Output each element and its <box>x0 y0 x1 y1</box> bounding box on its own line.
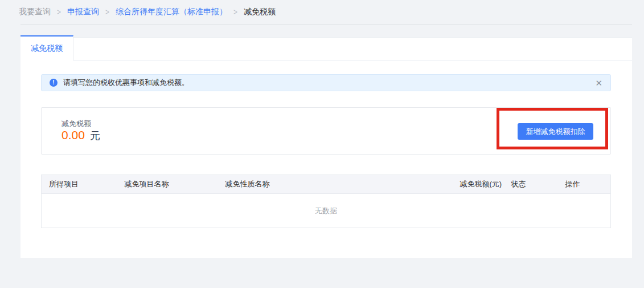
breadcrumb-separator: > <box>233 7 237 17</box>
summary-label: 减免税额 <box>61 119 91 129</box>
tabbar-bottom-border <box>73 60 632 61</box>
breadcrumb-divider <box>20 25 632 25</box>
add-tax-reduction-button[interactable]: 新增减免税额扣除 <box>518 123 593 140</box>
table-header-row: 所得项目 减免项目名称 减免性质名称 减免税额(元) 状态 操作 <box>42 175 611 194</box>
tab-label: 减免税额 <box>31 43 63 54</box>
breadcrumb-separator: > <box>57 7 61 17</box>
breadcrumb-separator: > <box>105 7 109 17</box>
info-alert: ! 请填写您的税收优惠事项和减免税额。 ✕ <box>41 74 611 91</box>
info-circle-icon: ! <box>50 79 58 87</box>
breadcrumb-item-current: 减免税额 <box>244 7 276 17</box>
summary-value-row: 0.00 元 <box>61 128 100 143</box>
summary-unit: 元 <box>90 129 100 143</box>
column-header-income-item: 所得项目 <box>42 175 117 194</box>
main-content-card: ! 请填写您的税收优惠事项和减免税额。 ✕ 减免税额 0.00 元 新增减免税额… <box>20 38 632 258</box>
column-header-reduction-nature-name: 减免性质名称 <box>218 175 453 194</box>
page: 我要查询 > 申报查询 > 综合所得年度汇算（标准申报） > 减免税额 ! 请填… <box>0 0 644 288</box>
column-header-actions: 操作 <box>558 175 611 194</box>
column-header-reduction-item-name: 减免项目名称 <box>117 175 218 194</box>
tax-reduction-table: 所得项目 减免项目名称 减免性质名称 减免税额(元) 状态 操作 无数据 <box>41 175 611 228</box>
summary-amount: 0.00 <box>61 128 85 142</box>
alert-message: 请填写您的税收优惠事项和减免税额。 <box>63 78 189 88</box>
empty-state-text: 无数据 <box>42 194 611 228</box>
tax-reduction-summary-card: 减免税额 0.00 元 新增减免税额扣除 <box>41 107 611 155</box>
breadcrumb-item-annual-settlement[interactable]: 综合所得年度汇算（标准申报） <box>116 7 227 17</box>
column-header-status: 状态 <box>504 175 558 194</box>
breadcrumb-item-declare-query[interactable]: 申报查询 <box>67 7 99 17</box>
column-header-reduction-amount: 减免税额(元) <box>453 175 504 194</box>
breadcrumb-item-query-home[interactable]: 我要查询 <box>19 7 51 17</box>
close-icon[interactable]: ✕ <box>595 79 602 87</box>
tab-tax-reduction[interactable]: 减免税额 <box>20 35 73 60</box>
breadcrumb: 我要查询 > 申报查询 > 综合所得年度汇算（标准申报） > 减免税额 <box>19 7 276 17</box>
table-empty-row: 无数据 <box>42 194 611 228</box>
